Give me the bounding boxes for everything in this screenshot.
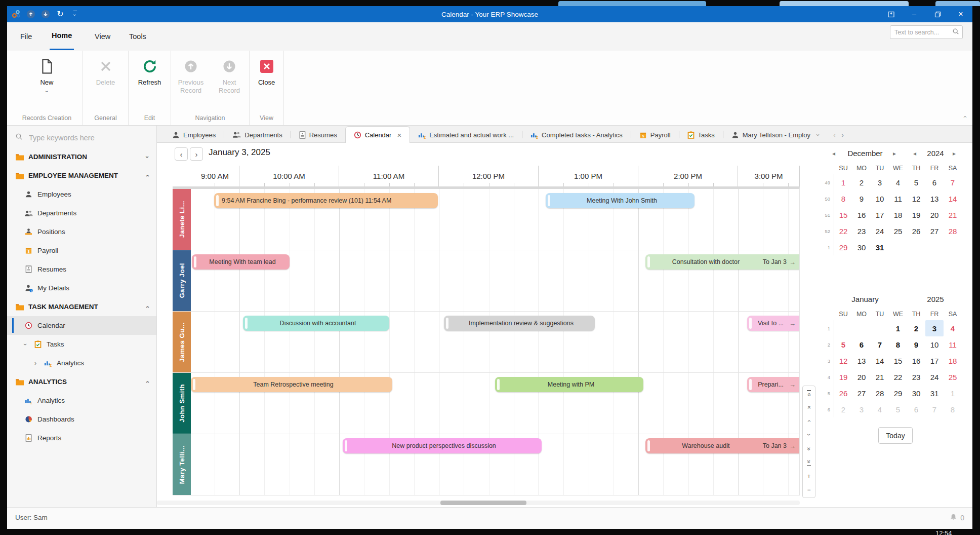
horizontal-scrollbar[interactable] (157, 501, 800, 505)
day-cell-30[interactable]: 30 (907, 385, 925, 401)
dropdown-chevron-icon[interactable]: › (46, 88, 48, 94)
next-day-button[interactable]: › (190, 147, 203, 161)
menu-home[interactable]: Home (50, 22, 74, 50)
tab-mary-tellitson-employ[interactable]: Mary Tellitson - Employ› (723, 127, 830, 142)
day-cell-5[interactable]: 5 (889, 401, 907, 417)
day-cell-25[interactable]: 25 (889, 223, 907, 239)
tab-employees[interactable]: Employees (164, 127, 224, 142)
sidebar-search-input[interactable] (28, 133, 129, 142)
day-cell-20[interactable]: 20 (925, 207, 944, 223)
day-cell-4[interactable]: 4 (944, 320, 962, 336)
refresh-button[interactable]: Refresh (132, 56, 168, 87)
day-cell-18[interactable]: 18 (944, 353, 962, 369)
sidebar-item-positions[interactable]: Positions (7, 222, 156, 241)
scroll-tabs-right-icon[interactable]: › (839, 127, 847, 142)
tab-estimated-and-actual-work[interactable]: ΣEstimated and actual work ... (410, 127, 522, 142)
day-cell-3[interactable]: 3 (925, 320, 944, 336)
resource-lane-john-smith[interactable]: Team Retrospective meetingMeeting with P… (191, 373, 799, 434)
day-cell-8[interactable]: 8 (889, 336, 907, 353)
day-cell-28[interactable]: 28 (944, 223, 962, 239)
day-cell-10[interactable]: 10 (871, 190, 889, 207)
day-cell-4[interactable]: 4 (871, 401, 889, 417)
day-cell-16[interactable]: 16 (907, 353, 925, 369)
day-cell-14[interactable]: 14 (944, 190, 962, 207)
day-cell-6[interactable]: 6 (907, 401, 925, 417)
day-cell-2[interactable]: 2 (852, 174, 871, 190)
global-search-input[interactable] (893, 28, 952, 36)
sidebar-item-my-details[interactable]: iMy Details (7, 279, 156, 297)
page-up-icon[interactable]: » (804, 402, 814, 412)
sidebar-section-employee-management[interactable]: EMPLOYEE MANAGEMENT› (7, 166, 156, 185)
day-cell-7[interactable]: 7 (871, 336, 889, 353)
row-up-icon[interactable]: › (804, 416, 814, 426)
day-cell-11[interactable]: 11 (944, 336, 962, 353)
event-implementation-review-suggestions[interactable]: Implementation review & suggestions (444, 316, 595, 331)
tab-departments[interactable]: Departments (224, 127, 290, 142)
day-cell-29[interactable]: 29 (834, 239, 852, 255)
tab-completed-tasks-analytics[interactable]: ΣCompleted tasks - Analytics (522, 127, 631, 142)
day-cell-24[interactable]: 24 (925, 369, 944, 385)
day-cell-9[interactable]: 9 (852, 190, 871, 207)
global-search-box[interactable] (890, 25, 963, 39)
event-francine-bing-performance-review-101[interactable]: 9:54 AM Francine Bing - performance revi… (214, 193, 438, 208)
tab-payroll[interactable]: $Payroll (631, 127, 679, 142)
day-cell-5[interactable]: 5 (907, 174, 925, 190)
day-cell-17[interactable]: 17 (925, 353, 944, 369)
day-cell-2[interactable]: 2 (907, 320, 925, 336)
previous-month-icon[interactable]: ◂ (832, 150, 835, 157)
day-cell-7[interactable]: 7 (944, 174, 962, 190)
minimize-button[interactable]: – (903, 6, 926, 22)
menu-view[interactable]: View (93, 22, 112, 50)
day-cell-23[interactable]: 23 (852, 223, 871, 239)
menu-tools[interactable]: Tools (127, 22, 148, 50)
day-cell-6[interactable]: 6 (925, 174, 944, 190)
tab-tasks[interactable]: Tasks (679, 127, 723, 142)
day-cell-3[interactable]: 3 (871, 174, 889, 190)
day-cell-31[interactable]: 31 (925, 385, 944, 401)
previous-year-icon[interactable]: ◂ (913, 150, 916, 157)
tab-dropdown-icon[interactable]: › (814, 127, 822, 142)
day-cell-1[interactable]: 1 (834, 174, 852, 190)
day-cell-7[interactable]: 7 (925, 401, 944, 417)
sidebar-item-employees[interactable]: Employees (7, 185, 156, 204)
expander-right-icon[interactable]: › (34, 360, 39, 367)
day-cell-1[interactable]: 1 (944, 385, 962, 401)
event-prepari[interactable]: Prepari...→ (747, 377, 799, 392)
day-cell-23[interactable]: 23 (907, 369, 925, 385)
resource-lane-james-gu[interactable]: Discussion with accountantImplementation… (191, 312, 799, 372)
close-button[interactable]: Close (249, 56, 285, 87)
day-cell-13[interactable]: 13 (852, 353, 871, 369)
row-down-icon[interactable]: › (804, 430, 814, 440)
day-cell-2[interactable]: 2 (834, 401, 852, 417)
day-cell-20[interactable]: 20 (852, 369, 871, 385)
day-cell-16[interactable]: 16 (852, 207, 871, 223)
restore-button[interactable] (926, 6, 949, 22)
zoom-out-icon[interactable]: − (804, 485, 814, 495)
day-cell-18[interactable]: 18 (889, 207, 907, 223)
day-cell-6[interactable]: 6 (852, 336, 871, 353)
today-button[interactable]: Today (878, 427, 913, 444)
event-consultation-with-doctor[interactable]: Consultation with doctorTo Jan 3→ (645, 254, 799, 270)
pin-window-icon[interactable] (879, 6, 903, 22)
day-cell-11[interactable]: 11 (889, 190, 907, 207)
day-cell-12[interactable]: 12 (834, 353, 852, 369)
scroll-bottom-icon[interactable]: » (804, 457, 814, 468)
day-cell-30[interactable]: 30 (852, 239, 871, 255)
day-cell-10[interactable]: 10 (925, 336, 944, 353)
sidebar-section-analytics[interactable]: ANALYTICS› (7, 372, 156, 391)
sidebar-section-administration[interactable]: ADMINISTRATION› (7, 147, 156, 166)
sidebar-item-payroll[interactable]: $Payroll (7, 241, 156, 260)
day-cell-21[interactable]: 21 (944, 207, 962, 223)
scroll-top-icon[interactable]: » (804, 389, 814, 399)
resource-lane-garry-joel[interactable]: Meeting With team leadConsultation with … (191, 250, 799, 311)
day-cell-4[interactable]: 4 (889, 174, 907, 190)
close-tab-icon[interactable]: × (397, 131, 401, 139)
day-cell-17[interactable]: 17 (871, 207, 889, 223)
day-cell-19[interactable]: 19 (907, 207, 925, 223)
chevron-down-icon[interactable]: › (146, 154, 148, 161)
chevron-up-icon[interactable]: › (146, 303, 148, 311)
day-cell-31[interactable]: 31 (871, 239, 889, 255)
day-cell-8[interactable]: 8 (944, 401, 962, 417)
day-cell-5[interactable]: 5 (834, 336, 852, 353)
chevron-up-icon[interactable]: › (146, 378, 148, 386)
